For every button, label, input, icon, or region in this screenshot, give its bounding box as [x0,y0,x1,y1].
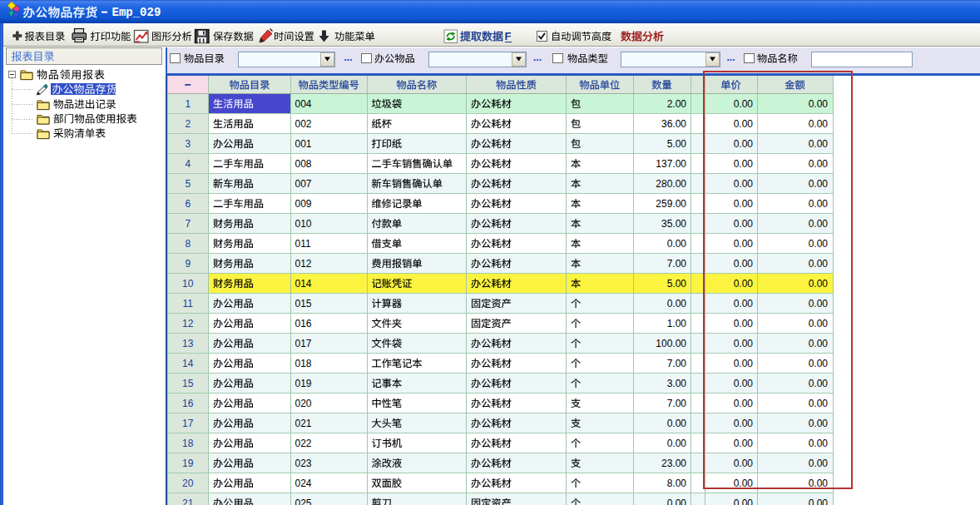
svg-text:0.00: 0.00 [667,498,687,505]
svg-text:011: 011 [295,238,311,250]
svg-text:15: 15 [182,378,194,389]
svg-text:23.00: 23.00 [661,458,686,469]
svg-text:0.00: 0.00 [809,198,829,210]
svg-text:280.00: 280.00 [656,178,686,190]
svg-text:0.00: 0.00 [809,278,829,290]
svg-text:0.00: 0.00 [734,318,754,329]
svg-text:259.00: 259.00 [656,198,686,210]
svg-text:2.00: 2.00 [667,98,687,110]
svg-text:21: 21 [182,498,194,505]
svg-text:...: ... [727,52,735,63]
svg-text:0.00: 0.00 [667,438,687,449]
svg-text:022: 022 [295,438,312,449]
svg-text:0.00: 0.00 [809,358,829,369]
svg-text:10: 10 [182,278,194,290]
svg-text:0.00: 0.00 [809,318,829,329]
svg-text:19: 19 [182,458,194,469]
svg-text:0.00: 0.00 [809,158,829,170]
svg-text:0.00: 0.00 [734,238,754,250]
svg-text:024: 024 [295,478,312,489]
svg-text:20: 20 [182,478,194,489]
svg-text:0.00: 0.00 [809,98,829,110]
svg-text:14: 14 [182,358,194,369]
svg-text:7.00: 7.00 [667,258,687,270]
svg-text:0.00: 0.00 [734,258,754,270]
svg-text:5.00: 5.00 [667,278,687,290]
svg-text:0.00: 0.00 [809,458,829,469]
svg-text:015: 015 [295,298,312,309]
svg-text:017: 017 [295,338,312,349]
svg-text:002: 002 [295,118,312,130]
svg-text:100.00: 100.00 [656,338,686,349]
svg-text:0.00: 0.00 [667,238,687,250]
svg-text:025: 025 [295,498,312,505]
svg-text:0.00: 0.00 [809,338,829,349]
svg-text:0.00: 0.00 [809,398,829,409]
svg-text:0.00: 0.00 [734,458,754,469]
svg-text:0.00: 0.00 [809,418,829,429]
svg-text:0.00: 0.00 [734,138,754,150]
svg-text:Emp_029: Emp_029 [112,6,161,19]
svg-text:3.00: 3.00 [667,378,687,389]
svg-text:0.00: 0.00 [734,118,754,130]
svg-text:...: ... [344,52,353,63]
svg-text:8.00: 8.00 [667,478,687,489]
svg-text:0.00: 0.00 [734,178,754,190]
svg-text:6: 6 [185,198,191,210]
svg-text:012: 012 [295,258,312,270]
svg-text:0.00: 0.00 [809,498,829,505]
svg-text:0.00: 0.00 [734,158,754,170]
svg-text:023: 023 [295,458,312,469]
svg-text:16: 16 [182,398,194,409]
svg-text:5.00: 5.00 [667,138,687,150]
svg-text:5: 5 [185,178,191,190]
svg-text:021: 021 [295,418,312,429]
svg-text:0.00: 0.00 [734,378,754,389]
svg-text:7.00: 7.00 [667,398,687,409]
svg-text:11: 11 [183,298,194,309]
svg-text:009: 009 [295,198,312,210]
svg-text:7: 7 [185,218,191,230]
svg-text:35.00: 35.00 [661,218,686,230]
svg-text:004: 004 [295,98,312,110]
svg-text:137.00: 137.00 [656,158,686,170]
svg-text:0.00: 0.00 [809,298,829,309]
svg-text:F: F [505,30,512,42]
svg-text:0.00: 0.00 [809,238,829,250]
svg-text:1.00: 1.00 [667,318,687,329]
svg-text:010: 010 [295,218,312,230]
svg-text:0.00: 0.00 [734,278,754,290]
svg-text:12: 12 [182,318,194,329]
svg-text:0.00: 0.00 [734,338,754,349]
svg-text:0.00: 0.00 [667,298,687,309]
svg-text:2: 2 [185,118,191,130]
svg-text:0.00: 0.00 [809,138,829,150]
svg-text:0.00: 0.00 [734,418,754,429]
svg-text:9: 9 [185,258,191,270]
svg-text:1: 1 [185,98,191,110]
svg-text:0.00: 0.00 [734,498,754,505]
svg-text:008: 008 [295,158,312,170]
svg-text:4: 4 [185,158,191,170]
svg-text:...: ... [533,52,542,63]
svg-text:0.00: 0.00 [734,358,754,369]
svg-text:0.00: 0.00 [734,98,754,110]
svg-text:0.00: 0.00 [734,298,754,309]
svg-text:8: 8 [185,238,191,250]
svg-text:36.00: 36.00 [661,118,686,130]
svg-text:007: 007 [295,178,312,190]
svg-text:020: 020 [295,398,312,409]
svg-text:0.00: 0.00 [734,438,754,449]
svg-text:17: 17 [182,418,194,429]
svg-text:3: 3 [185,138,191,150]
svg-text:0.00: 0.00 [809,218,829,230]
svg-text:0.00: 0.00 [809,438,829,449]
svg-text:016: 016 [295,318,312,329]
svg-text:019: 019 [295,378,312,389]
svg-text:0.00: 0.00 [734,478,754,489]
svg-text:0.00: 0.00 [809,118,829,130]
svg-text:7.00: 7.00 [667,358,687,369]
svg-text:0.00: 0.00 [809,378,829,389]
svg-text:0.00: 0.00 [809,478,829,489]
svg-text:0.00: 0.00 [734,218,754,230]
